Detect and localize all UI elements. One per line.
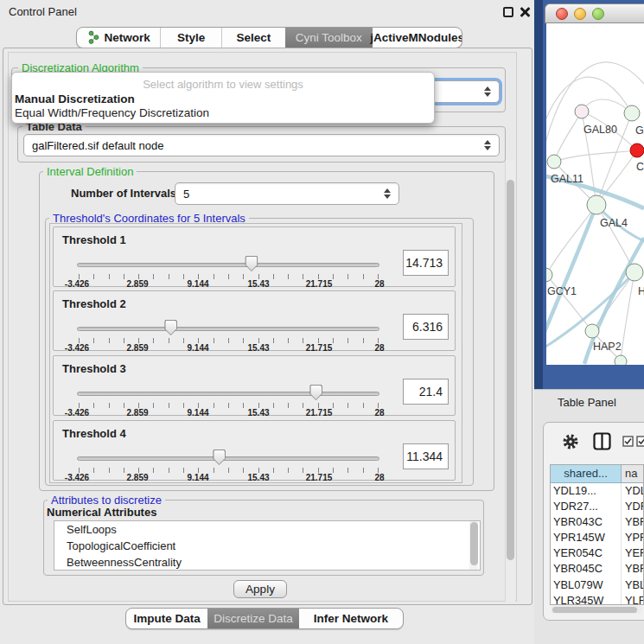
- tab-impute-data[interactable]: Impute Data: [126, 609, 207, 628]
- split-columns-icon[interactable]: [593, 432, 611, 450]
- network-node[interactable]: [547, 155, 561, 169]
- panel-scrollbar-thumb[interactable]: [507, 180, 514, 560]
- slider-scale-label: -3.426: [65, 473, 89, 482]
- table-cell: YDL1: [622, 483, 643, 499]
- checkbox-icon[interactable]: [636, 436, 644, 447]
- slider-scale-label: -3.426: [65, 279, 89, 289]
- tab-cyni-toolbox[interactable]: Cyni Toolbox: [285, 28, 373, 48]
- close-traffic-light-icon[interactable]: [556, 8, 568, 20]
- table-row[interactable]: YBL079WYBL0: [551, 577, 643, 593]
- network-node-label: C: [636, 161, 644, 173]
- attribute-item[interactable]: BetweennessCentrality: [54, 554, 480, 571]
- panel-title: Control Panel: [9, 5, 77, 18]
- slider-scale-label: 28: [374, 473, 384, 482]
- combo-arrows-icon: [384, 188, 391, 199]
- table-data-combobox[interactable]: galFiltered.sif default node: [23, 134, 500, 156]
- combo-arrows-icon: [484, 86, 491, 97]
- network-node[interactable]: [585, 324, 599, 338]
- interval-definition-title: Interval Definition: [43, 165, 137, 178]
- table-row[interactable]: YBR043CYBR0: [551, 514, 643, 530]
- table-cell: YLR3: [622, 593, 643, 605]
- slider-scale-label: 15.43: [247, 473, 269, 482]
- tab-style-label: Style: [177, 31, 205, 44]
- table-row[interactable]: YER054CYER0: [551, 545, 643, 561]
- dropdown-item-equal-width-frequency[interactable]: Equal Width/Frequency Discretization: [14, 106, 434, 119]
- table-body: YDL19...YDL1YDR27...YDR2YBR043CYBR0YPR14…: [551, 483, 643, 605]
- table-row[interactable]: YLR345WYLR3: [551, 593, 643, 605]
- threshold-3-value-field[interactable]: 21.4: [403, 379, 449, 405]
- threshold-2-label: Threshold 2: [62, 297, 126, 310]
- tab-network[interactable]: Network: [77, 28, 160, 48]
- tab-jactivemnodules[interactable]: jActiveMNodules: [373, 28, 462, 48]
- tab-infer-network[interactable]: Infer Network: [299, 609, 403, 628]
- threshold-2-value-field[interactable]: 6.316: [403, 314, 449, 340]
- network-view-canvas[interactable]: GAL80GACGAL11GAL4GCY1HHAP2: [546, 23, 644, 365]
- threshold-4-value-field[interactable]: 11.344: [403, 443, 449, 469]
- network-node[interactable]: [630, 143, 644, 157]
- slider-scale: -3.4262.8599.14415.4321.71528: [77, 407, 379, 417]
- threshold-1-slider-thumb[interactable]: [245, 256, 258, 271]
- float-window-icon[interactable]: [503, 7, 513, 17]
- minimize-traffic-light-icon[interactable]: [574, 8, 586, 20]
- table-cell: YDR27...: [551, 499, 622, 514]
- table-row[interactable]: YBR045CYBR0: [551, 561, 643, 577]
- table-cell: YLR345W: [551, 593, 622, 605]
- attribute-item[interactable]: TopologicalCoefficient: [54, 538, 480, 554]
- threshold-3-slider-thumb[interactable]: [309, 385, 322, 400]
- checkbox-icon[interactable]: [622, 436, 634, 447]
- column-header-name[interactable]: na: [622, 465, 643, 482]
- numerical-attributes-heading: Numerical Attributes: [47, 506, 156, 519]
- network-node[interactable]: [575, 105, 589, 118]
- slider-scale-label: 21.715: [306, 279, 333, 289]
- threshold-1-value-field[interactable]: 14.713: [403, 250, 449, 276]
- slider-scale-label: 21.715: [306, 343, 333, 353]
- tab-style[interactable]: Style: [160, 28, 221, 48]
- tab-select[interactable]: Select: [221, 28, 285, 48]
- slider-scale-label: 28: [374, 279, 384, 289]
- table-row[interactable]: YPR145WYPR1: [551, 530, 643, 545]
- attributes-list-scrollbar-thumb[interactable]: [470, 522, 478, 565]
- table-cell: YER054C: [551, 545, 622, 561]
- tab-infer-network-label: Infer Network: [314, 612, 388, 625]
- combo-arrows-icon: [484, 140, 491, 150]
- apply-button[interactable]: Apply: [233, 580, 287, 598]
- network-node[interactable]: [624, 105, 640, 121]
- gear-icon[interactable]: [562, 433, 579, 450]
- table-row[interactable]: YDR27...YDR2: [551, 499, 643, 514]
- network-node[interactable]: [546, 268, 552, 282]
- slider-scale-label: 15.43: [247, 343, 269, 353]
- table-cell: YDR2: [622, 499, 643, 514]
- close-icon[interactable]: [520, 7, 530, 17]
- dropdown-prompt: Select algorithm to view settings: [12, 78, 434, 91]
- top-tab-bar: Network Style Select Cyni Toolbox jActiv…: [76, 27, 462, 48]
- slider-scale-label: 9.144: [187, 408, 208, 418]
- network-node-label: GCY1: [547, 285, 577, 297]
- threshold-2-slider-thumb[interactable]: [164, 320, 177, 335]
- table-row[interactable]: YDL19...YDL1: [551, 483, 643, 499]
- slider-scale-label: 28: [374, 343, 384, 353]
- network-node[interactable]: [626, 264, 643, 281]
- control-panel-header: Control Panel: [0, 0, 534, 24]
- network-window-titlebar[interactable]: [545, 3, 644, 23]
- dropdown-item-manual-discretization[interactable]: Manual Discretization: [14, 92, 434, 105]
- number-of-intervals-combobox[interactable]: 5: [175, 182, 399, 205]
- bottom-tab-bar: Impute Data Discretize Data Infer Networ…: [125, 608, 404, 629]
- numerical-attributes-list: SelfLoopsTopologicalCoefficientBetweenne…: [54, 520, 481, 571]
- network-node-label: GA: [635, 124, 644, 137]
- table-horizontal-scrollbar-thumb[interactable]: [552, 607, 637, 613]
- table-cell: YBR0: [622, 514, 643, 530]
- network-graph: GAL80GACGAL11GAL4GCY1HHAP2: [546, 23, 644, 365]
- slider-scale-label: 28: [374, 408, 384, 418]
- zoom-traffic-light-icon[interactable]: [592, 8, 604, 20]
- threshold-3-label: Threshold 3: [62, 362, 126, 375]
- threshold-4-slider-thumb[interactable]: [213, 450, 226, 465]
- attributes-group-title: Attributes to discretize: [48, 494, 165, 507]
- table-cell: YPR145W: [551, 530, 622, 545]
- tab-discretize-data[interactable]: Discretize Data: [207, 609, 298, 628]
- network-node[interactable]: [615, 355, 627, 365]
- slider-scale-label: 15.43: [247, 408, 269, 418]
- column-header-shared[interactable]: shared...: [551, 465, 622, 482]
- network-node[interactable]: [587, 195, 606, 214]
- slider-scale-label: -3.426: [65, 343, 89, 353]
- attribute-item[interactable]: SelfLoops: [54, 521, 480, 538]
